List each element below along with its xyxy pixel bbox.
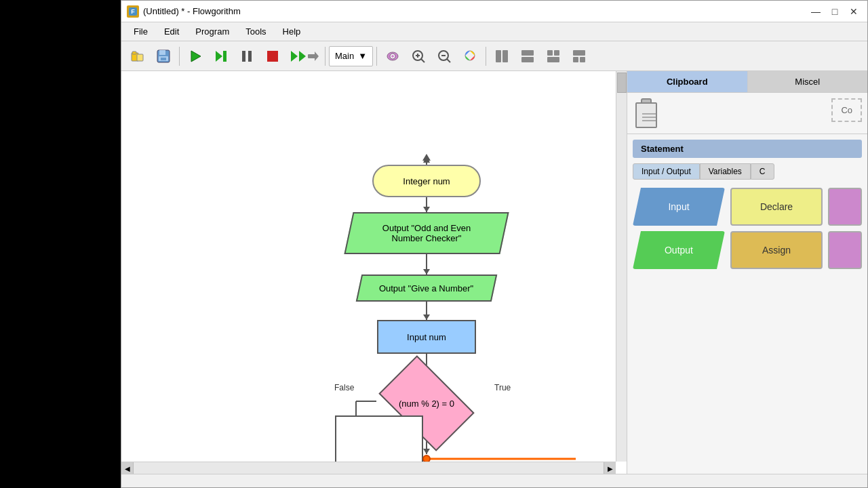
menu-tools[interactable]: Tools — [239, 25, 273, 38]
true-label: True — [494, 383, 511, 392]
layout3-button[interactable] — [541, 45, 566, 68]
minimize-button[interactable]: — — [808, 3, 824, 20]
status-bar — [121, 474, 867, 487]
separator3 — [376, 47, 377, 66]
svg-point-21 — [391, 55, 394, 58]
menu-help[interactable]: Help — [276, 25, 308, 38]
svg-rect-6 — [159, 50, 165, 55]
layout4-button[interactable] — [567, 45, 591, 68]
clipboard-tab[interactable]: Clipboard — [627, 71, 747, 92]
output-stmt-button[interactable]: Output — [633, 231, 725, 269]
main-dropdown-label: Main — [335, 51, 354, 61]
step-button[interactable] — [209, 45, 233, 68]
toolbar: Main ▼ — [121, 41, 867, 71]
vertical-scrollbar[interactable] — [616, 71, 627, 462]
separator1 — [179, 47, 180, 66]
stmt-buttons: Input Declare Output Assign — [627, 182, 867, 274]
svg-marker-56 — [422, 154, 431, 161]
restore-button[interactable]: □ — [827, 3, 843, 20]
title-bar: F (Untitled) * - Flowgorithm — □ ✕ — [121, 1, 867, 22]
partial-stmt-button[interactable] — [828, 188, 862, 226]
svg-marker-45 — [423, 269, 430, 274]
svg-marker-51 — [423, 449, 430, 454]
svg-rect-13 — [248, 51, 252, 62]
output1-node: Output "Odd and Even Number Checker" — [344, 212, 509, 254]
stmt-tab-c[interactable]: C — [751, 163, 774, 180]
main-content: Integer num Output "Odd and Even Number … — [121, 71, 867, 474]
svg-rect-32 — [521, 50, 534, 56]
layout2-button[interactable] — [515, 45, 540, 68]
svg-line-27 — [447, 59, 450, 62]
false-label: False — [334, 383, 354, 392]
svg-rect-37 — [573, 50, 585, 56]
play-button[interactable] — [183, 45, 208, 68]
svg-rect-38 — [573, 57, 578, 62]
menu-bar: File Edit Program Tools Help — [121, 22, 867, 41]
menu-program[interactable]: Program — [189, 25, 236, 38]
layout1-button[interactable] — [490, 45, 514, 68]
color-button[interactable] — [458, 45, 482, 68]
svg-text:F: F — [131, 8, 135, 15]
svg-marker-15 — [291, 51, 298, 62]
stmt-tab-vars[interactable]: Variables — [700, 163, 751, 180]
stop-button[interactable] — [260, 45, 285, 68]
zoom-out-button[interactable] — [432, 45, 456, 68]
run-debug-button[interactable] — [286, 45, 321, 68]
svg-rect-4 — [137, 54, 143, 61]
false-branch-box — [335, 415, 423, 463]
svg-line-23 — [421, 59, 425, 62]
main-dropdown[interactable]: Main ▼ — [329, 46, 373, 66]
output2-node: Output "Give a Number" — [356, 274, 498, 302]
scrollbar-thumb[interactable] — [617, 73, 627, 93]
app-icon: F — [127, 5, 139, 18]
stmt-tab-io[interactable]: Input / Output — [633, 163, 700, 180]
input-node: Input num — [377, 320, 476, 354]
svg-marker-9 — [191, 51, 201, 62]
svg-marker-18 — [315, 52, 319, 61]
statement-header: Statement — [633, 140, 862, 158]
open-button[interactable] — [125, 45, 150, 68]
stmt-tabs: Input / Output Variables C — [627, 161, 867, 182]
window-title: (Untitled) * - Flowgorithm — [143, 6, 808, 16]
horizontal-scrollbar[interactable]: ◀ ▶ — [121, 462, 616, 474]
svg-rect-35 — [554, 50, 559, 56]
miscel-tab[interactable]: Miscel — [747, 71, 868, 92]
menu-edit[interactable]: Edit — [157, 25, 186, 38]
clipboard-section: Co — [627, 93, 867, 134]
save-button[interactable] — [151, 45, 176, 68]
side-panel: Clipboard Miscel Co — [627, 71, 867, 474]
dropdown-arrow-icon: ▼ — [358, 51, 367, 61]
menu-file[interactable]: File — [127, 25, 155, 38]
svg-rect-34 — [547, 50, 553, 56]
variable-watch-button[interactable] — [380, 45, 405, 68]
svg-rect-8 — [161, 58, 166, 60]
declare-stmt-button[interactable]: Declare — [730, 188, 823, 226]
clipboard-icon — [633, 98, 660, 128]
pause-button[interactable] — [235, 45, 259, 68]
separator4 — [486, 47, 486, 66]
assign-stmt-button[interactable]: Assign — [730, 231, 823, 269]
scroll-left-button[interactable]: ◀ — [121, 462, 134, 474]
svg-marker-47 — [423, 314, 430, 320]
svg-rect-36 — [547, 57, 559, 62]
separator2 — [325, 47, 326, 66]
scroll-right-button[interactable]: ▶ — [604, 462, 616, 474]
partial-stmt-button2[interactable] — [828, 231, 862, 269]
svg-marker-43 — [423, 207, 430, 212]
input-stmt-button[interactable]: Input — [633, 188, 725, 226]
close-button[interactable]: ✕ — [846, 3, 862, 20]
svg-rect-33 — [521, 57, 534, 62]
svg-rect-11 — [223, 51, 226, 62]
svg-rect-12 — [242, 51, 245, 62]
main-window: F (Untitled) * - Flowgorithm — □ ✕ File … — [121, 0, 868, 488]
svg-rect-31 — [502, 50, 508, 62]
window-controls: — □ ✕ — [808, 3, 862, 20]
svg-rect-3 — [132, 52, 136, 54]
declare-node: Integer num — [372, 165, 481, 197]
panel-tabs: Clipboard Miscel — [627, 71, 867, 93]
svg-marker-16 — [299, 51, 306, 62]
svg-rect-39 — [580, 57, 585, 62]
co-button[interactable]: Co — [831, 98, 862, 122]
svg-marker-10 — [216, 51, 222, 62]
zoom-in-button[interactable] — [406, 45, 431, 68]
